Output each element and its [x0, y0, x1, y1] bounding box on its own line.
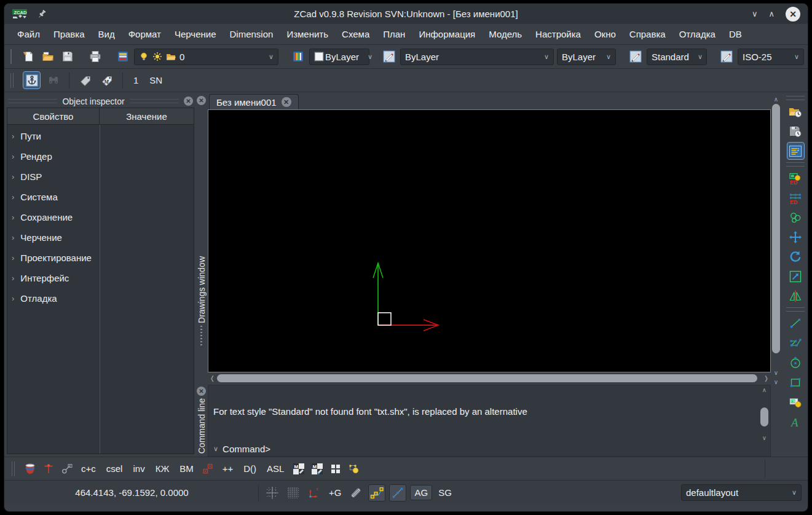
scroll-down-icon[interactable]: ∨ [771, 379, 781, 385]
toolbar-grip[interactable] [12, 462, 15, 476]
menu-item[interactable]: Черчение [168, 26, 223, 42]
linetype-select[interactable]: ByLayer ∨ [400, 49, 554, 65]
ucs-axes-toggle[interactable]: z [305, 484, 323, 501]
binoculars-button[interactable] [45, 72, 61, 88]
drag-handle[interactable] [200, 326, 202, 347]
toolbar-grip[interactable] [786, 162, 805, 167]
text-style-select[interactable]: Standard ∨ [647, 49, 707, 65]
expand-icon[interactable]: › [12, 294, 14, 303]
command-prompt[interactable]: ∨ Command> [213, 441, 770, 456]
hatch-m2-button[interactable]: M [309, 460, 325, 477]
column-header[interactable]: Свойство [7, 108, 100, 124]
key-button[interactable] [58, 460, 75, 477]
anchor-button[interactable] [23, 72, 40, 88]
inspector-row[interactable]: ›Рендер [7, 146, 194, 167]
menu-item[interactable]: DB [722, 26, 749, 42]
scroll-down-icon[interactable]: ∨ [760, 434, 768, 441]
inspector-row[interactable]: ›Проектирование [7, 248, 194, 268]
red-squares-button[interactable] [200, 460, 216, 477]
menu-item[interactable]: Правка [47, 26, 92, 42]
save-time-button[interactable] [787, 123, 804, 140]
quick-button[interactable]: КЖ [151, 462, 174, 476]
lineweight-select[interactable]: ByLayer ∨ [557, 49, 616, 65]
group-button[interactable] [345, 460, 362, 477]
circle-button[interactable] [787, 354, 804, 371]
drawings-close-icon[interactable]: ✕ [197, 96, 206, 105]
dim-style-select[interactable]: ISO-25 ∨ [738, 49, 804, 65]
scroll-up-icon[interactable]: ∧ [772, 96, 780, 103]
vertical-scrollbar[interactable]: ∧ ∨ [771, 96, 781, 376]
inspector-row[interactable]: ›Отладка [7, 288, 194, 309]
expand-icon[interactable]: › [12, 233, 14, 242]
scroll-down-icon[interactable]: ∨ [772, 369, 780, 376]
menu-item[interactable]: Модель [482, 26, 529, 42]
menu-item[interactable]: Информация [412, 26, 482, 42]
expand-icon[interactable]: › [12, 192, 14, 202]
menu-item[interactable]: Вид [92, 26, 122, 42]
line-button[interactable] [787, 315, 804, 331]
menu-item[interactable]: Dimension [223, 26, 280, 42]
rectangle-button[interactable] [787, 374, 804, 390]
layers-button[interactable] [114, 49, 131, 65]
menu-item[interactable]: Окно [588, 26, 623, 42]
block-button[interactable] [787, 393, 804, 410]
expand-icon[interactable]: › [12, 132, 14, 141]
inspector-row[interactable]: ›Интерфейс [7, 268, 194, 288]
quick-button[interactable]: ВМ [175, 462, 198, 476]
toolbar-grip[interactable] [10, 49, 12, 64]
toolbar-grip[interactable] [786, 307, 805, 312]
lineweight-toggle[interactable] [347, 484, 365, 501]
move-button[interactable] [787, 229, 804, 245]
tag-button[interactable] [77, 72, 93, 88]
expand-icon[interactable]: › [12, 152, 14, 161]
node-snap-toggle[interactable] [389, 484, 406, 501]
scroll-left-icon[interactable]: ❬ [208, 375, 216, 382]
toolbar-grip[interactable] [786, 96, 805, 100]
sg-toggle[interactable]: SG [436, 487, 454, 498]
menu-item[interactable]: Формат [122, 26, 168, 42]
expand-icon[interactable]: › [12, 253, 14, 262]
grid-toggle[interactable] [264, 484, 281, 501]
menu-item[interactable]: Настройка [529, 26, 588, 42]
menu-item[interactable]: План [376, 26, 412, 42]
inspector-row[interactable]: ›Пути [7, 126, 194, 146]
inspector-row[interactable]: ›Система [7, 187, 194, 207]
close-button[interactable]: ✕ [786, 7, 800, 22]
scroll-up-icon[interactable]: ∧ [760, 387, 768, 393]
linetype-style-button[interactable] [380, 49, 397, 65]
paint-bucket-button[interactable] [22, 460, 38, 477]
scrollbar-thumb[interactable] [760, 407, 768, 427]
scale-button[interactable] [787, 268, 804, 285]
expand-icon[interactable]: › [12, 213, 14, 222]
quick-button[interactable]: c+c [77, 462, 100, 476]
command-close-icon[interactable]: ✕ [197, 387, 206, 396]
command-scrollbar[interactable]: ∧ ∨ [760, 387, 769, 441]
text-style-button[interactable] [627, 49, 644, 65]
copy-button[interactable] [787, 209, 804, 226]
grid-label[interactable]: +G [326, 487, 344, 498]
toolbar-grip[interactable] [10, 73, 14, 88]
open-recent-button[interactable] [787, 103, 804, 120]
text-button[interactable]: A [787, 413, 804, 430]
open-file-button[interactable] [39, 49, 56, 65]
new-file-button[interactable] [20, 49, 36, 65]
mirror-button[interactable] [787, 288, 804, 304]
node-edit-toggle[interactable] [368, 484, 385, 501]
scroll-right-icon[interactable]: ❭ [762, 375, 770, 382]
quick-button[interactable]: ASL [262, 462, 288, 476]
quick-button[interactable]: D() [239, 462, 261, 476]
inspector-row[interactable]: ›Сохранение [7, 207, 194, 227]
edit-entity-button[interactable]: ED [787, 170, 804, 186]
print-button[interactable] [87, 49, 103, 65]
dim-style-button[interactable] [718, 49, 735, 65]
menu-item[interactable]: Изменить [280, 26, 335, 42]
layout-select[interactable]: defaultlayout ∨ [681, 484, 802, 501]
scrollbar-thumb[interactable] [217, 374, 757, 382]
tab-close-icon[interactable]: ✕ [282, 97, 291, 107]
layer-select[interactable]: 0 ∨ [134, 49, 278, 65]
save-file-button[interactable] [59, 49, 76, 65]
horizontal-scrollbar[interactable]: ❬ ❭ [208, 372, 771, 383]
column-header[interactable]: Значение [100, 108, 194, 124]
menu-item[interactable]: Схема [335, 26, 376, 42]
pin-t-button[interactable] [40, 460, 57, 477]
